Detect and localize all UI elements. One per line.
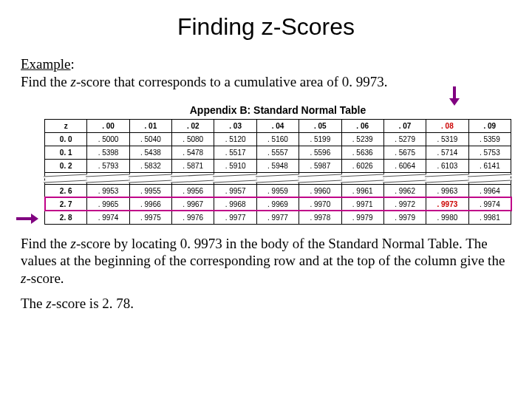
table-header-col: . 07: [383, 119, 426, 132]
example-colon: :: [71, 56, 75, 72]
table-header-col: . 09: [468, 119, 511, 132]
table-cell: . 9977: [256, 211, 299, 224]
table-cell: . 5596: [299, 146, 341, 159]
table-cell: . 9979: [383, 211, 426, 224]
table-break-cell: [468, 172, 511, 184]
table-cell: . 9970: [299, 197, 341, 211]
table-cell: . 5636: [341, 146, 383, 159]
table-row: 0. 0. 5000. 5040. 5080. 5120. 5160. 5199…: [45, 132, 511, 146]
table-cell: . 9957: [214, 184, 256, 197]
table-cell: . 5160: [256, 132, 299, 146]
table-break-cell: [341, 172, 383, 184]
table-break-cell: [129, 172, 171, 184]
table-cell: . 9956: [172, 184, 214, 197]
table-wrap: Appendix B: Standard Normal Table z. 00.…: [44, 104, 511, 225]
table-cell: . 9980: [426, 211, 468, 224]
table-cell: . 9971: [341, 197, 383, 211]
table-cell: . 5080: [172, 132, 214, 146]
table-cell: . 5398: [87, 146, 129, 159]
table-row: 2. 7. 9965. 9966. 9967. 9968. 9969. 9970…: [45, 197, 511, 211]
table-body: 0. 0. 5000. 5040. 5080. 5120. 5160. 5199…: [45, 132, 511, 224]
example-label: Example: [21, 56, 71, 72]
table-break-cell: [256, 172, 299, 184]
table-cell: . 5319: [426, 132, 468, 146]
table-cell: . 5517: [214, 146, 256, 159]
footer-block: Find the z-score by locating 0. 9973 in …: [0, 225, 532, 313]
table-cell: . 5753: [468, 146, 511, 159]
table-cell: . 9979: [341, 211, 383, 224]
table-cell: . 6103: [426, 159, 468, 172]
table-row: 2. 6. 9953. 9955. 9956. 9957. 9959. 9960…: [45, 184, 511, 197]
table-cell: . 9965: [87, 197, 129, 211]
table-row-header: 0. 2: [45, 159, 87, 172]
table-cell: . 5910: [214, 159, 256, 172]
footer-text: -score.: [26, 270, 64, 286]
table-header-col: . 06: [341, 119, 383, 132]
table-break-cell: [426, 172, 468, 184]
table-header-col: . 00: [87, 119, 129, 132]
footer-para-2: The z-score is 2. 78.: [21, 295, 511, 313]
table-cell: . 5557: [256, 146, 299, 159]
table-cell: . 5675: [383, 146, 426, 159]
table-header-col: . 08: [426, 119, 468, 132]
normal-table: z. 00. 01. 02. 03. 04. 05. 06. 07. 08. 0…: [44, 119, 511, 225]
table-cell: . 5987: [299, 159, 341, 172]
table-header-col: . 02: [172, 119, 214, 132]
table-cell: . 6141: [468, 159, 511, 172]
table-header-col: . 01: [129, 119, 171, 132]
table-cell: . 5040: [129, 132, 171, 146]
table-cell: . 9975: [129, 211, 171, 224]
table-cell: . 9959: [256, 184, 299, 197]
footer-text: -score by locating 0. 9973 in the body o…: [21, 236, 505, 269]
table-break-cell: [214, 172, 256, 184]
table-break-cell: [172, 172, 214, 184]
page-title: Finding z-Scores: [0, 0, 532, 55]
table-cell: . 5438: [129, 146, 171, 159]
table-cell: . 5832: [129, 159, 171, 172]
example-text-1: Find the: [21, 74, 71, 89]
table-cell: . 5478: [172, 146, 214, 159]
table-break-cell: [299, 172, 341, 184]
table-cell: . 5359: [468, 132, 511, 146]
table-cell: . 9953: [87, 184, 129, 197]
table-caption: Appendix B: Standard Normal Table: [44, 104, 511, 116]
footer-z: z: [46, 296, 51, 311]
table-cell: . 5000: [87, 132, 129, 146]
table-row-header: 2. 6: [45, 184, 87, 197]
footer-text: Find the: [21, 236, 71, 251]
table-header-col: . 03: [214, 119, 256, 132]
table-cell: . 5199: [299, 132, 341, 146]
table-break-cell: [383, 172, 426, 184]
arrow-right-icon: [16, 214, 41, 224]
example-text-2: -score that corresponds to a cumulative …: [76, 74, 388, 89]
table-header-z: z: [45, 119, 87, 132]
table-cell: . 9973: [426, 197, 468, 211]
table-row-header: 2. 7: [45, 197, 87, 211]
table-cell: . 9964: [468, 184, 511, 197]
table-cell: . 6064: [383, 159, 426, 172]
table-cell: . 9976: [172, 211, 214, 224]
table-row: 0. 2. 5793. 5832. 5871. 5910. 5948. 5987…: [45, 159, 511, 172]
table-cell: . 5793: [87, 159, 129, 172]
table-cell: . 5948: [256, 159, 299, 172]
table-cell: . 9955: [129, 184, 171, 197]
table-cell: . 5279: [383, 132, 426, 146]
table-cell: . 9978: [299, 211, 341, 224]
table-header-col: . 05: [299, 119, 341, 132]
table-cell: . 5714: [426, 146, 468, 159]
table-break-cell: [45, 172, 87, 184]
table-cell: . 5871: [172, 159, 214, 172]
table-row-header: 0. 0: [45, 132, 87, 146]
table-header-col: . 04: [256, 119, 299, 132]
footer-para-1: Find the z-score by locating 0. 9973 in …: [21, 235, 511, 287]
table-row-header: 2. 8: [45, 211, 87, 224]
table-cell: . 9966: [129, 197, 171, 211]
footer-text: The: [21, 296, 46, 311]
footer-text: -score is 2. 78.: [52, 296, 134, 311]
table-cell: . 9962: [383, 184, 426, 197]
example-block: Example: Find the z-score that correspon…: [0, 55, 532, 91]
table-row-header: 0. 1: [45, 146, 87, 159]
table-cell: . 9969: [256, 197, 299, 211]
table-cell: . 9960: [299, 184, 341, 197]
table-cell: . 9977: [214, 211, 256, 224]
